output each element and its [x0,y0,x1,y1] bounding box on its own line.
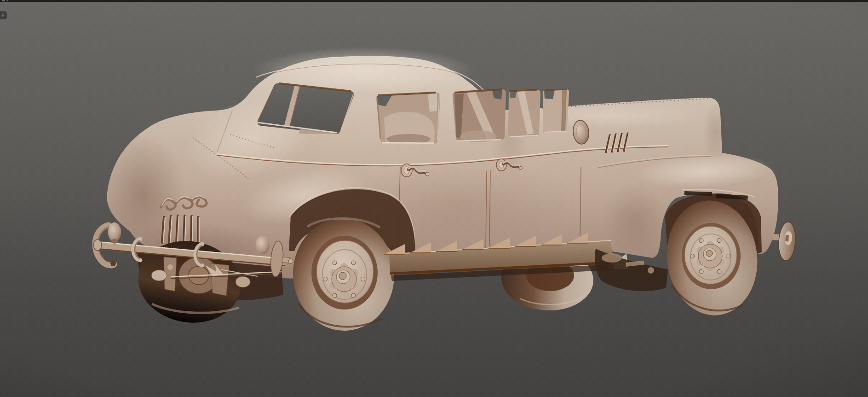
sculpt-viewport: + [0,0,868,397]
top-bar-mark [2,0,5,1]
plus-icon: + [0,12,6,18]
add-tab-button[interactable]: + [0,11,7,19]
model-canvas[interactable] [0,0,868,397]
top-bar [0,0,868,2]
top-bar-mark [6,0,8,1]
vignette-overlay [0,0,868,397]
